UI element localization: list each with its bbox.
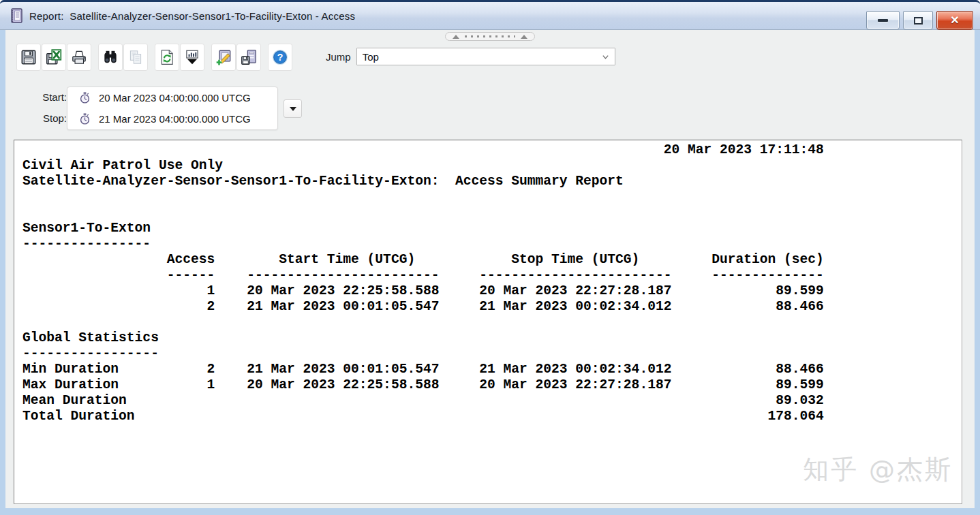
print-button[interactable]: [67, 44, 91, 71]
export-chart-button[interactable]: [180, 44, 204, 71]
refresh-page-icon: [158, 48, 176, 66]
svg-text:?: ?: [277, 52, 284, 63]
stopwatch-icon: [80, 92, 90, 104]
collapse-up-icon: [453, 35, 459, 39]
watermark: 知乎 @杰斯: [803, 452, 953, 487]
edit-report-style-button[interactable]: [211, 44, 236, 71]
copy-button[interactable]: [123, 44, 148, 71]
style-pencil-plus-icon: [215, 48, 232, 66]
window-body: ? Jump Top Start: Stop:: [0, 30, 980, 515]
jump-group: Jump Top: [326, 48, 615, 65]
save-button[interactable]: [16, 44, 41, 71]
time-period-panel: 20 Mar 2023 04:00:00.000 UTCG 21 Mar 202…: [67, 87, 278, 130]
chevron-down-icon: [602, 53, 609, 61]
help-button[interactable]: ?: [268, 44, 292, 71]
start-label: Start:: [33, 91, 67, 103]
question-mark-icon: ?: [271, 48, 289, 66]
time-options-dropdown-button[interactable]: [284, 99, 302, 118]
stop-time-field[interactable]: 21 Mar 2023 04:00:00.000 UTCG: [67, 108, 277, 129]
minimize-icon: [878, 19, 888, 22]
style-floppy-icon: [240, 48, 258, 66]
stop-time-value: 21 Mar 2023 04:00:00.000 UTCG: [99, 113, 251, 125]
title-bar[interactable]: Report: Satellite-Analyzer-Sensor-Sensor…: [0, 0, 980, 30]
chart-down-arrow-icon: [183, 48, 201, 66]
refresh-button[interactable]: [155, 44, 179, 71]
maximize-button[interactable]: [903, 11, 933, 30]
printer-icon: [70, 48, 88, 66]
grip-dots: [465, 35, 515, 37]
jump-label: Jump: [326, 51, 351, 63]
floppy-excel-icon: [45, 48, 63, 66]
close-icon: ✕: [950, 15, 959, 26]
minimize-button[interactable]: [866, 11, 900, 30]
start-time-field[interactable]: 20 Mar 2023 04:00:00.000 UTCG: [67, 87, 277, 108]
close-button[interactable]: ✕: [936, 11, 973, 30]
stopwatch-icon: [80, 113, 90, 125]
jump-select[interactable]: Top: [356, 48, 615, 65]
find-button[interactable]: [98, 44, 123, 71]
dropdown-arrow-icon: [290, 107, 296, 111]
report-content-panel[interactable]: 20 Mar 2023 17:11:48 Civil Air Patrol Us…: [14, 140, 962, 504]
start-time-value: 20 Mar 2023 04:00:00.000 UTCG: [99, 92, 251, 104]
report-notebook-icon: [10, 7, 23, 24]
report-window: Report: Satellite-Analyzer-Sensor-Sensor…: [0, 0, 980, 515]
copy-pages-icon: [127, 48, 144, 66]
report-text: 20 Mar 2023 17:11:48 Civil Air Patrol Us…: [14, 140, 962, 424]
jump-selected-value: Top: [363, 51, 379, 63]
window-title: Report: Satellite-Analyzer-Sensor-Sensor…: [29, 10, 355, 22]
collapse-up-icon: [521, 35, 527, 39]
maximize-icon: [914, 17, 923, 25]
binoculars-icon: [102, 48, 119, 66]
floppy-disk-icon: [20, 48, 37, 66]
panel-collapse-handle[interactable]: [445, 32, 535, 41]
toolbar: ?: [16, 44, 293, 71]
stop-label: Stop:: [33, 112, 67, 124]
save-report-style-button[interactable]: [236, 44, 261, 71]
save-as-excel-button[interactable]: [42, 44, 66, 71]
